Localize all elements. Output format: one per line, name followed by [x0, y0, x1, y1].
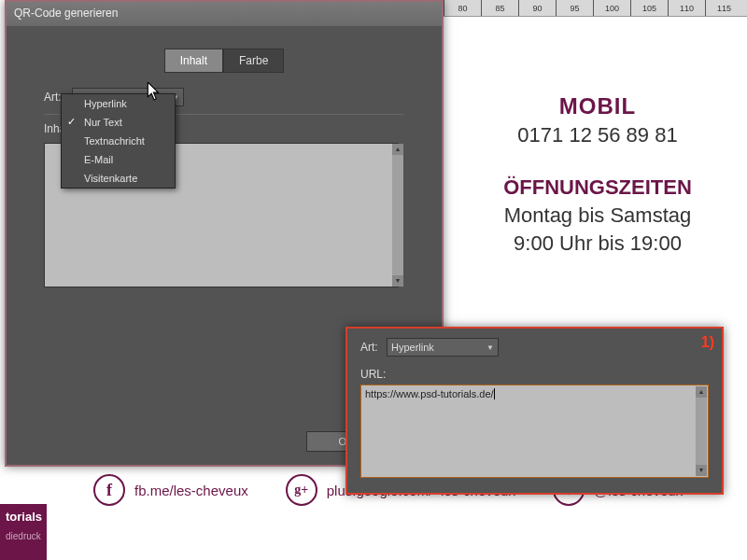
scroll-up-icon[interactable]: ▴ — [696, 386, 707, 398]
facebook-url: fb.me/les-cheveux — [134, 483, 248, 498]
chevron-down-icon: ▼ — [486, 343, 494, 352]
art-label-2: Art: — [360, 341, 387, 354]
url-label: URL: — [360, 368, 709, 381]
dropdown-item-textnachricht[interactable]: Textnachricht — [62, 132, 175, 150]
art-dropdown-menu: Hyperlink ✓Nur Text Textnachricht E-Mail… — [61, 93, 176, 189]
dialog-tabs: Inhalt Farbe — [7, 49, 442, 73]
dropdown-item-email[interactable]: E-Mail — [62, 150, 175, 169]
opening-hours-heading: ÖFFNUNGSZEITEN — [448, 175, 747, 200]
scroll-down-icon[interactable]: ▾ — [392, 275, 403, 287]
url-textarea[interactable]: https://www.psd-tutorials.de/ — [361, 385, 708, 477]
annotation-badge: 1) — [701, 334, 714, 351]
tab-inhalt[interactable]: Inhalt — [164, 49, 223, 73]
art-dropdown-2[interactable]: Hyperlink ▼ — [387, 338, 499, 357]
opening-hours-time: 9:00 Uhr bis 19:00 — [448, 231, 747, 256]
mobil-heading: MOBIL — [448, 93, 747, 119]
art-dropdown-2-value: Hyperlink — [391, 342, 434, 353]
tab-farbe[interactable]: Farbe — [223, 49, 284, 73]
dropdown-item-hyperlink[interactable]: Hyperlink — [62, 94, 175, 113]
social-facebook: f fb.me/les-cheveux — [93, 474, 248, 506]
scroll-up-icon[interactable]: ▴ — [392, 144, 403, 155]
googleplus-icon: g+ — [286, 474, 317, 506]
check-icon: ✓ — [67, 116, 76, 128]
opening-hours-days: Montag bis Samstag — [448, 203, 747, 228]
qr-hyperlink-panel: 1) Art: Hyperlink ▼ URL: https://www.psd… — [345, 327, 724, 495]
url-scrollbar[interactable]: ▴ ▾ — [696, 386, 707, 476]
facebook-icon: f — [93, 474, 125, 506]
textarea-scrollbar[interactable]: ▴ ▾ — [392, 144, 403, 287]
mobil-number: 0171 12 56 89 81 — [448, 123, 747, 147]
dialog-titlebar[interactable]: QR-Code generieren — [7, 2, 442, 26]
dropdown-item-nur-text[interactable]: ✓Nur Text — [62, 113, 175, 132]
text-cursor-icon — [494, 388, 495, 399]
dropdown-item-visitenkarte[interactable]: Visitenkarte — [62, 169, 175, 188]
watermark-badge: torials diedruck — [0, 504, 47, 560]
scroll-down-icon[interactable]: ▾ — [696, 465, 707, 476]
dialog-title: QR-Code generieren — [14, 7, 118, 20]
